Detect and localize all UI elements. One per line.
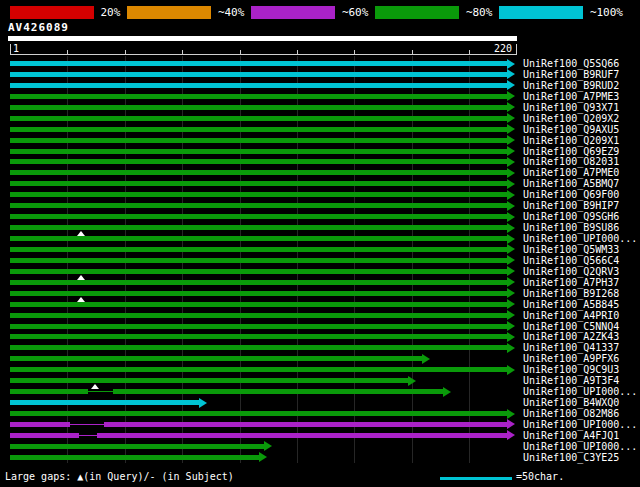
hit-label[interactable]: UniRef100_A5BMQ7 bbox=[523, 178, 619, 189]
hit-label[interactable]: UniRef100_A4PRI0 bbox=[523, 310, 619, 321]
hit-label[interactable]: UniRef100_UPI000... bbox=[523, 233, 637, 244]
hit-row[interactable]: UniRef100_Q9AXU5 bbox=[0, 124, 640, 135]
hit-label[interactable]: UniRef100_UPI000... bbox=[523, 441, 637, 452]
alignment-bar[interactable] bbox=[10, 302, 507, 307]
hit-row[interactable]: UniRef100_A4FJQ1 bbox=[0, 430, 640, 441]
alignment-bar[interactable] bbox=[10, 225, 507, 230]
hit-row[interactable]: UniRef100_C3YE25 bbox=[0, 452, 640, 463]
alignment-bar[interactable] bbox=[10, 247, 507, 252]
alignment-bar[interactable] bbox=[10, 455, 259, 460]
alignment-bar[interactable] bbox=[10, 324, 507, 329]
hit-row[interactable]: UniRef100_A4PRI0 bbox=[0, 310, 640, 321]
hit-row[interactable]: UniRef100_Q41337 bbox=[0, 342, 640, 353]
alignment-bar[interactable] bbox=[10, 334, 507, 339]
hit-row[interactable]: UniRef100_Q9C9U3 bbox=[0, 364, 640, 375]
alignment-bar[interactable] bbox=[10, 181, 507, 186]
hit-label[interactable]: UniRef100_Q2QRV3 bbox=[523, 266, 619, 277]
alignment-bar[interactable] bbox=[10, 444, 264, 449]
hit-row[interactable]: UniRef100_A5B845 bbox=[0, 299, 640, 310]
hit-label[interactable]: UniRef100_A9PFX6 bbox=[523, 353, 619, 364]
alignment-bar[interactable] bbox=[10, 127, 507, 132]
hit-row[interactable]: UniRef100_Q209X1 bbox=[0, 135, 640, 146]
hit-label[interactable]: UniRef100_B4WXQ0 bbox=[523, 397, 619, 408]
alignment-bar[interactable] bbox=[10, 149, 507, 154]
hit-label[interactable]: UniRef100_O82M86 bbox=[523, 408, 619, 419]
alignment-bar[interactable] bbox=[10, 345, 507, 350]
alignment-bar[interactable] bbox=[10, 105, 507, 110]
alignment-bar[interactable] bbox=[10, 280, 507, 285]
hit-row[interactable]: UniRef100_Q9SGH6 bbox=[0, 211, 640, 222]
hit-row[interactable]: UniRef100_A5BMQ7 bbox=[0, 178, 640, 189]
hit-label[interactable]: UniRef100_UPI000... bbox=[523, 419, 637, 430]
alignment-bar[interactable] bbox=[10, 236, 507, 241]
hit-label[interactable]: UniRef100_A9T3F4 bbox=[523, 375, 619, 386]
hit-label[interactable]: UniRef100_C5NNQ4 bbox=[523, 321, 619, 332]
hit-label[interactable]: UniRef100_Q9SGH6 bbox=[523, 211, 619, 222]
hit-label[interactable]: UniRef100_Q69EZ9 bbox=[523, 146, 619, 157]
hit-row[interactable]: UniRef100_O82M86 bbox=[0, 408, 640, 419]
hit-row[interactable]: UniRef100_B9RUD2 bbox=[0, 80, 640, 91]
hit-row[interactable]: UniRef100_Q209X2 bbox=[0, 113, 640, 124]
alignment-bar[interactable] bbox=[10, 170, 507, 175]
hit-label[interactable]: UniRef100_B9RUF7 bbox=[523, 69, 619, 80]
hit-row[interactable]: UniRef100_UPI000... bbox=[0, 419, 640, 430]
hit-row[interactable]: UniRef100_Q69F00 bbox=[0, 189, 640, 200]
alignment-bar[interactable] bbox=[10, 313, 507, 318]
hit-label[interactable]: UniRef100_B9RUD2 bbox=[523, 80, 619, 91]
hit-row[interactable]: UniRef100_Q69EZ9 bbox=[0, 146, 640, 157]
hit-row[interactable]: UniRef100_Q93X71 bbox=[0, 102, 640, 113]
hit-row[interactable]: UniRef100_B9RUF7 bbox=[0, 69, 640, 80]
hit-label[interactable]: UniRef100_Q5WM33 bbox=[523, 244, 619, 255]
alignment-bar[interactable] bbox=[10, 356, 422, 361]
hit-label[interactable]: UniRef100_B9SU86 bbox=[523, 222, 619, 233]
alignment-bar[interactable] bbox=[10, 411, 507, 416]
hit-label[interactable]: UniRef100_Q69F00 bbox=[523, 189, 619, 200]
alignment-bar[interactable] bbox=[10, 138, 507, 143]
hit-label[interactable]: UniRef100_Q209X2 bbox=[523, 113, 619, 124]
hit-label[interactable]: UniRef100_A2ZK43 bbox=[523, 331, 619, 342]
hit-row[interactable]: UniRef100_C5NNQ4 bbox=[0, 321, 640, 332]
hit-label[interactable]: UniRef100_A4FJQ1 bbox=[523, 430, 619, 441]
alignment-bar[interactable] bbox=[10, 269, 507, 274]
hit-label[interactable]: UniRef100_A7PME0 bbox=[523, 167, 619, 178]
hit-label[interactable]: UniRef100_Q209X1 bbox=[523, 135, 619, 146]
alignment-bar[interactable] bbox=[10, 258, 507, 263]
hit-row[interactable]: UniRef100_UPI000... bbox=[0, 441, 640, 452]
hit-label[interactable]: UniRef100_A7PH37 bbox=[523, 277, 619, 288]
hit-row[interactable]: UniRef100_A7PME3 bbox=[0, 91, 640, 102]
hit-row[interactable]: UniRef100_UPI000... bbox=[0, 386, 640, 397]
alignment-bar[interactable] bbox=[10, 94, 507, 99]
hit-row[interactable]: UniRef100_O82031 bbox=[0, 156, 640, 167]
alignment-bar[interactable] bbox=[10, 378, 408, 383]
hit-row[interactable]: UniRef100_B9SU86 bbox=[0, 222, 640, 233]
alignment-bar[interactable] bbox=[10, 367, 507, 372]
alignment-bar[interactable] bbox=[10, 192, 507, 197]
hit-row[interactable]: UniRef100_A7PH37 bbox=[0, 277, 640, 288]
alignment-bar[interactable] bbox=[10, 203, 507, 208]
hit-label[interactable]: UniRef100_Q93X71 bbox=[523, 102, 619, 113]
hit-label[interactable]: UniRef100_B9I268 bbox=[523, 288, 619, 299]
hit-label[interactable]: UniRef100_A7PME3 bbox=[523, 91, 619, 102]
alignment-bar[interactable] bbox=[10, 291, 507, 296]
alignment-bar[interactable] bbox=[10, 116, 507, 121]
hit-label[interactable]: UniRef100_B9HIP7 bbox=[523, 200, 619, 211]
hit-row[interactable]: UniRef100_A9PFX6 bbox=[0, 353, 640, 364]
alignment-bar[interactable] bbox=[10, 214, 507, 219]
hit-label[interactable]: UniRef100_Q566C4 bbox=[523, 255, 619, 266]
hit-label[interactable]: UniRef100_O82031 bbox=[523, 156, 619, 167]
hit-label[interactable]: UniRef100_C3YE25 bbox=[523, 452, 619, 463]
alignment-bar[interactable] bbox=[10, 389, 443, 394]
hit-row[interactable]: UniRef100_Q5SQ66 bbox=[0, 58, 640, 69]
hit-label[interactable]: UniRef100_A5B845 bbox=[523, 299, 619, 310]
alignment-bar[interactable] bbox=[10, 72, 507, 77]
hit-row[interactable]: UniRef100_UPI000... bbox=[0, 233, 640, 244]
hit-label[interactable]: UniRef100_Q9AXU5 bbox=[523, 124, 619, 135]
hit-row[interactable]: UniRef100_A2ZK43 bbox=[0, 331, 640, 342]
alignment-bar[interactable] bbox=[10, 400, 199, 405]
hit-label[interactable]: UniRef100_Q5SQ66 bbox=[523, 58, 619, 69]
hit-label[interactable]: UniRef100_Q9C9U3 bbox=[523, 364, 619, 375]
alignment-bar[interactable] bbox=[10, 159, 507, 164]
hit-row[interactable]: UniRef100_A7PME0 bbox=[0, 167, 640, 178]
alignment-bar[interactable] bbox=[10, 61, 507, 66]
hit-label[interactable]: UniRef100_UPI000... bbox=[523, 386, 637, 397]
